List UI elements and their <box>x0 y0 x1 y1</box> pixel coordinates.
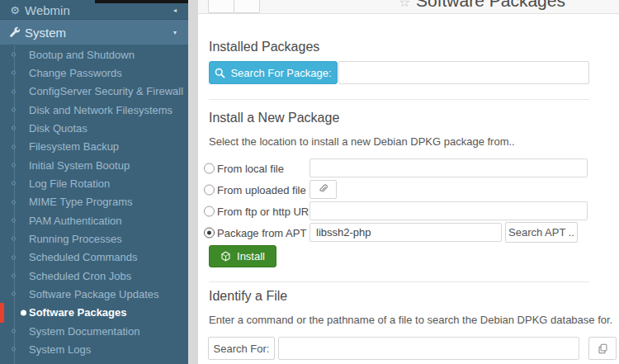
toolbar-button-2[interactable] <box>234 0 260 13</box>
file-chooser-button[interactable] <box>588 337 617 360</box>
sidebar-item-change-passwords[interactable]: Change Passwords <box>0 64 188 82</box>
star-icon[interactable]: ☆ <box>399 0 410 10</box>
ftp-http-url-input[interactable] <box>310 201 588 220</box>
search-apt-button[interactable]: Search APT .. <box>505 222 578 243</box>
toolbar-button-1[interactable] <box>208 0 234 13</box>
sidebar-section-system[interactable]: System ▾ <box>0 20 188 45</box>
sidebar-item-software-packages[interactable]: Software Packages <box>0 304 188 322</box>
bullet-icon <box>12 89 16 93</box>
bullet-icon <box>12 163 16 168</box>
bullet-icon <box>12 182 16 186</box>
install-new-package-heading: Install a New Package <box>209 111 339 125</box>
search-icon <box>215 68 225 78</box>
webmin-app: ⚙ Webmin ◂ System ▾ Bootup and Shutdown … <box>0 0 619 364</box>
sidebar-item-running-processes[interactable]: Running Processes <box>0 229 188 248</box>
sidebar-item-disk-and-network-filesystems[interactable]: Disk and Network Filesystems <box>0 101 188 119</box>
identify-a-file-description: Enter a command or the pathname of a fil… <box>209 314 612 326</box>
install-button[interactable]: Install <box>209 245 276 267</box>
content-gutter <box>188 0 198 364</box>
sidebar-item-scheduled-cron-jobs[interactable]: Scheduled Cron Jobs <box>0 267 188 285</box>
sidebar-section-label: System <box>25 26 66 40</box>
bullet-icon <box>12 237 16 241</box>
sidebar-section-label: Webmin <box>25 2 70 17</box>
sidebar-item-configserver-security-firewall[interactable]: ConfigServer Security & Firewall <box>0 83 188 101</box>
section-divider <box>209 99 589 100</box>
sidebar-item-software-package-updates[interactable]: Software Package Updates <box>0 285 188 303</box>
gear-icon: ⚙ <box>9 5 21 17</box>
from-url-radio[interactable] <box>204 206 215 216</box>
upload-file-button[interactable] <box>310 180 337 199</box>
bullet-icon <box>12 292 16 296</box>
copy-icon <box>598 343 608 354</box>
bullet-icon <box>21 310 26 315</box>
option-row-uploaded-file: From uploaded file <box>198 180 619 199</box>
sidebar-item-filesystem-backup[interactable]: Filesystem Backup <box>0 138 188 156</box>
bullet-icon <box>12 144 16 149</box>
active-indicator <box>0 303 4 323</box>
section-divider <box>209 281 589 282</box>
search-for-package-button[interactable]: Search For Package: <box>209 61 338 84</box>
bullet-icon <box>12 347 16 352</box>
option-row-package-from-apt: Package from APT Search APT .. <box>198 223 619 242</box>
sidebar-item-pam-authentication[interactable]: PAM Authentication <box>0 211 188 229</box>
sidebar-item-disk-quotas[interactable]: Disk Quotas <box>0 119 188 137</box>
package-from-apt-radio[interactable] <box>204 227 215 238</box>
bullet-icon <box>12 53 16 57</box>
package-icon <box>220 251 231 262</box>
bullet-icon <box>12 108 16 112</box>
sidebar-item-initial-system-bootup[interactable]: Initial System Bootup <box>0 156 188 174</box>
from-uploaded-file-radio[interactable] <box>204 184 215 195</box>
sidebar-section-webmin[interactable]: ⚙ Webmin ◂ <box>0 0 188 20</box>
sidebar-item-mime-type-programs[interactable]: MIME Type Programs <box>0 193 188 211</box>
bullet-icon <box>12 255 16 259</box>
sidebar: ⚙ Webmin ◂ System ▾ Bootup and Shutdown … <box>0 0 188 364</box>
apt-package-input[interactable] <box>310 223 502 242</box>
local-file-input[interactable] <box>310 158 588 177</box>
bullet-icon <box>12 219 16 223</box>
from-local-file-radio[interactable] <box>204 163 215 173</box>
main-content: ☆ Software Packages Installed Packages S… <box>198 0 619 364</box>
sidebar-item-bootup-and-shutdown[interactable]: Bootup and Shutdown <box>0 45 188 64</box>
option-row-local-file: From local file <box>198 158 619 177</box>
identify-file-input[interactable] <box>278 337 579 360</box>
bullet-icon <box>12 200 16 204</box>
search-for-button[interactable]: Search For: <box>208 337 275 360</box>
sidebar-item-system-documentation[interactable]: System Documentation <box>0 322 188 340</box>
bullet-icon <box>12 126 16 130</box>
sidebar-item-scheduled-commands[interactable]: Scheduled Commands <box>0 248 188 267</box>
collapse-left-icon[interactable]: ◂ <box>173 6 177 13</box>
installed-packages-heading: Installed Packages <box>209 40 319 54</box>
package-search-input[interactable] <box>338 61 589 84</box>
bullet-icon <box>12 329 16 333</box>
bullet-icon <box>12 274 16 278</box>
wrench-icon <box>9 26 21 38</box>
sidebar-item-log-file-rotation[interactable]: Log File Rotation <box>0 174 188 192</box>
sidebar-item-system-logs[interactable]: System Logs <box>0 340 188 358</box>
sidebar-menu: Bootup and Shutdown Change Passwords Con… <box>0 45 188 359</box>
install-new-package-description: Select the location to install a new Deb… <box>209 135 515 148</box>
bullet-icon <box>12 71 16 75</box>
option-row-ftp-http-url: From ftp or http URL <box>198 201 619 220</box>
paperclip-icon <box>318 184 328 195</box>
chevron-down-icon[interactable]: ▾ <box>173 29 177 36</box>
page-title: Software Packages <box>416 0 565 11</box>
identify-a-file-heading: Identify a File <box>209 289 287 304</box>
